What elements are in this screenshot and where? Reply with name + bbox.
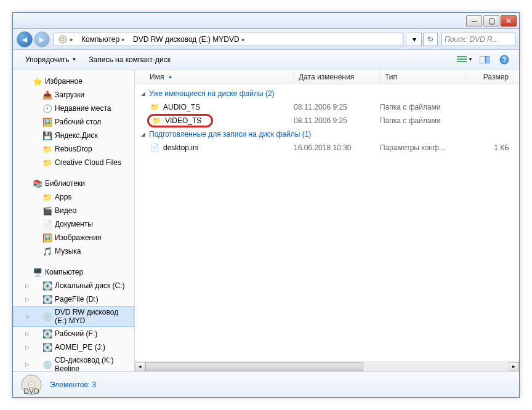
back-button[interactable]: ◄ [17, 31, 33, 47]
svg-rect-6 [486, 56, 490, 63]
sidebar-item[interactable]: 📥Загрузки [13, 88, 134, 102]
breadcrumb[interactable]: ▸ Компьютер▸ DVD RW дисковод (E:) MYDVD▸ [54, 33, 403, 46]
sidebar-item[interactable]: 📄Документы [13, 217, 134, 231]
minimize-button[interactable]: ─ [466, 15, 482, 26]
svg-point-1 [62, 38, 64, 41]
crumb-drive[interactable]: DVD RW дисковод (E:) MYDVD▸ [129, 33, 249, 46]
search-input[interactable]: Поиск: DVD R... [441, 33, 515, 46]
col-name[interactable]: Имя▲ [135, 70, 294, 84]
sidebar: ⭐Избранное 📥Загрузки🕘Недавние места🖼️Раб… [13, 70, 135, 371]
group-header[interactable]: ◢Уже имеющиеся на диске файлы (2) [135, 87, 519, 100]
sidebar-item[interactable]: 📁RebusDrop [13, 142, 134, 156]
horizontal-scrollbar[interactable]: ◂▸ [135, 361, 519, 371]
library-icon: 📚 [33, 179, 42, 188]
sidebar-item[interactable]: 💾Яндекс.Диск [13, 129, 134, 142]
sidebar-item[interactable]: ▷💽Локальный диск (C:) [13, 279, 134, 292]
svg-rect-4 [457, 61, 467, 62]
star-icon: ⭐ [33, 76, 42, 86]
maximize-button[interactable]: ▢ [483, 15, 499, 26]
svg-rect-2 [457, 56, 467, 57]
sidebar-item[interactable]: 🖼️Изображения [13, 231, 134, 244]
organize-menu[interactable]: Упорядочить▼ [19, 53, 83, 66]
sidebar-item[interactable]: ▷💿DVD RW дисковод (E:) MYD [13, 306, 134, 327]
svg-rect-5 [480, 56, 485, 63]
crumb-computer[interactable]: Компьютер▸ [78, 33, 129, 46]
status-text: Элементов: 3 [50, 380, 96, 389]
body: ⭐Избранное 📥Загрузки🕘Недавние места🖼️Раб… [13, 70, 519, 371]
forward-button[interactable]: ► [34, 31, 50, 47]
sidebar-item[interactable]: 📁Apps [13, 190, 134, 204]
view-mode-button[interactable]: ▼ [456, 53, 474, 66]
svg-text:?: ? [502, 55, 506, 64]
svg-rect-3 [457, 58, 467, 60]
group-header[interactable]: ◢Подготовленные для записи на диск файлы… [135, 127, 519, 141]
status-bar: DVD Элементов: 3 [13, 371, 519, 397]
write-disc-button[interactable]: Запись на компакт-диск [83, 53, 177, 66]
sidebar-item[interactable]: ▷💽AOMEI_PE (J:) [13, 340, 134, 354]
col-type[interactable]: Тип [380, 70, 466, 84]
close-button[interactable]: ✕ [501, 15, 517, 26]
dvd-icon: DVD [20, 374, 42, 396]
sidebar-favorites[interactable]: ⭐Избранное [13, 74, 134, 88]
computer-icon: 🖥️ [33, 267, 42, 277]
refresh-button[interactable]: ↻ [423, 33, 438, 46]
svg-point-11 [30, 384, 33, 386]
history-dropdown[interactable]: ▾ [407, 33, 422, 46]
sidebar-item[interactable]: 📁Creative Cloud Files [13, 156, 134, 169]
svg-text:DVD: DVD [23, 387, 39, 396]
sidebar-item[interactable]: 🖼️Рабочий стол [13, 115, 134, 129]
disc-icon[interactable]: ▸ [54, 33, 78, 46]
column-headers: Имя▲ Дата изменения Тип Размер [135, 70, 519, 84]
sidebar-item[interactable]: 🎵Музыка [13, 244, 134, 258]
sidebar-computer[interactable]: 🖥️Компьютер [13, 265, 134, 279]
sidebar-item[interactable]: ▷💽PageFile (D:) [13, 292, 134, 306]
help-button[interactable]: ? [496, 53, 513, 66]
sidebar-item[interactable]: ▷💿CD-дисковод (K:) Beeline [13, 354, 134, 371]
col-date[interactable]: Дата изменения [294, 70, 380, 84]
file-list: ◢Уже имеющиеся на диске файлы (2)📁AUDIO_… [135, 84, 519, 361]
toolbar: Упорядочить▼ Запись на компакт-диск ▼ ? [13, 50, 519, 70]
file-row[interactable]: 📄desktop.ini16.06.2018 10:30Параметры ко… [135, 141, 519, 155]
address-bar: ◄ ► ▸ Компьютер▸ DVD RW дисковод (E:) MY… [13, 29, 519, 50]
explorer-window: ─ ▢ ✕ ◄ ► ▸ Компьютер▸ DVD RW дисковод (… [12, 12, 520, 398]
titlebar: ─ ▢ ✕ [13, 13, 519, 29]
sidebar-item[interactable]: 🕘Недавние места [13, 102, 134, 115]
sidebar-libraries[interactable]: 📚Библиотеки [13, 177, 134, 190]
sidebar-item[interactable]: ▷💽Рабочий (F:) [13, 327, 134, 340]
file-row[interactable]: 📁AUDIO_TS08.11.2006 9:25Папка с файлами [135, 100, 519, 114]
file-row[interactable]: 📁VIDEO_TS08.11.2006 9:25Папка с файлами [135, 114, 519, 127]
preview-pane-button[interactable] [476, 53, 493, 66]
content-pane: Имя▲ Дата изменения Тип Размер ◢Уже имею… [135, 70, 519, 371]
col-size[interactable]: Размер [466, 70, 514, 84]
sidebar-item[interactable]: 🎬Видео [13, 204, 134, 217]
